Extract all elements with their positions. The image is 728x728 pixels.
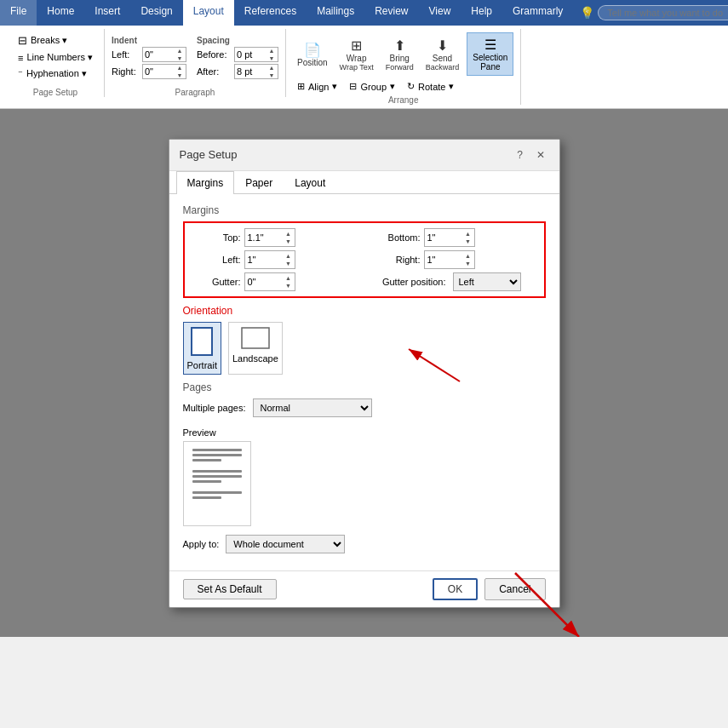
ok-button[interactable]: OK (433, 578, 478, 600)
rotate-button[interactable]: ↻ Rotate ▾ (403, 79, 458, 94)
indent-left-input[interactable] (143, 49, 174, 60)
cancel-button[interactable]: Cancel (484, 578, 545, 600)
spacing-before-up[interactable]: ▲ (266, 47, 278, 54)
set-as-default-button[interactable]: Set As Default (183, 579, 277, 599)
gutter-row: Gutter: ▲ ▼ (190, 272, 359, 291)
tab-mailings[interactable]: Mailings (307, 0, 364, 26)
orientation-label: Orientation (183, 305, 546, 317)
top-margin-down[interactable]: ▼ (283, 238, 295, 245)
page-setup-dialog: Page Setup ? ✕ Margins Paper Layout Marg… (169, 139, 560, 608)
right-margin-input[interactable] (425, 251, 462, 268)
tab-view[interactable]: View (419, 0, 461, 26)
arrange-group-title: Arrange (293, 94, 513, 105)
dialog-tab-paper[interactable]: Paper (234, 171, 284, 194)
footer-left: Set As Default (183, 579, 277, 599)
group-button[interactable]: ⊟ Group ▾ (345, 79, 399, 94)
paragraph-group-title: Paragraph (112, 86, 278, 97)
dialog-tab-layout[interactable]: Layout (284, 171, 336, 194)
gutter-up[interactable]: ▲ (283, 274, 295, 282)
left-margin-input[interactable] (245, 251, 283, 268)
tab-help[interactable]: Help (461, 0, 502, 26)
bring-forward-button[interactable]: ⬆ Bring Forward (381, 32, 418, 76)
gutter-field: ▲ ▼ (244, 272, 295, 291)
position-button[interactable]: 📄 Position (293, 32, 332, 76)
spacing-before-down[interactable]: ▼ (266, 54, 278, 62)
margins-grid: Top: ▲ ▼ Bottom: (183, 221, 546, 298)
pages-section: Pages Multiple pages: Normal Mirror marg… (183, 381, 546, 417)
apply-to-select[interactable]: Whole document This point forward (226, 535, 345, 553)
send-backward-button[interactable]: ⬇ Send Backward (421, 32, 464, 76)
left-margin-row: Left: ▲ ▼ (190, 250, 359, 269)
preview-line-3 (192, 459, 222, 461)
preview-line-8 (192, 496, 222, 499)
ribbon-group-breaks: ⊟ Breaks ▾ ≡ Line Numbers ▾ ⁻ Hyphenatio… (7, 29, 105, 97)
spacing-before-input[interactable] (235, 49, 266, 60)
line-numbers-icon: ≡ (18, 53, 23, 63)
preview-line-4 (192, 470, 242, 473)
bottom-margin-down[interactable]: ▼ (462, 238, 474, 245)
pages-section-label: Pages (183, 381, 546, 393)
rotate-icon: ↻ (407, 81, 415, 92)
preview-line-7 (192, 491, 242, 494)
left-margin-up[interactable]: ▲ (283, 252, 295, 260)
preview-section: Preview (183, 427, 546, 526)
indent-right-label: Right: (112, 66, 139, 77)
spacing-before-label: Before: (197, 49, 231, 60)
tab-design[interactable]: Design (130, 0, 182, 26)
preview-label: Preview (183, 427, 546, 438)
multiple-pages-select[interactable]: Normal Mirror margins 2 pages per sheet … (253, 398, 372, 417)
tab-home[interactable]: Home (37, 0, 84, 26)
dialog-title: Page Setup (180, 148, 238, 161)
landscape-button[interactable]: Landscape (228, 322, 283, 375)
portrait-icon (190, 326, 214, 357)
align-icon: ⊞ (297, 81, 305, 92)
tab-layout[interactable]: Layout (183, 0, 234, 26)
ribbon-group-paragraph: Indent Left: ▲ ▼ (105, 29, 286, 97)
dialog-overlay: Page Setup ? ✕ Margins Paper Layout Marg… (0, 109, 728, 637)
portrait-button[interactable]: Portrait (183, 322, 221, 375)
tab-insert[interactable]: Insert (84, 0, 130, 26)
align-button[interactable]: ⊞ Align ▾ (293, 79, 341, 94)
spacing-after-up[interactable]: ▲ (266, 64, 278, 72)
search-input[interactable] (598, 5, 728, 20)
dialog-close-button[interactable]: ✕ (532, 146, 549, 163)
breaks-button[interactable]: ⊟ Breaks ▾ (14, 32, 97, 49)
line-numbers-button[interactable]: ≡ Line Numbers ▾ (14, 50, 97, 65)
orientation-section: Orientation Portrait Landsca (183, 305, 546, 375)
dialog-help-button[interactable]: ? (512, 146, 529, 163)
bottom-margin-input[interactable] (425, 229, 462, 246)
indent-left-label: Left: (112, 49, 139, 60)
hyphenation-button[interactable]: ⁻ Hyphenation ▾ (14, 66, 97, 81)
top-margin-input[interactable] (245, 229, 283, 246)
right-margin-up[interactable]: ▲ (462, 252, 474, 260)
spacing-after-input[interactable] (235, 66, 266, 77)
tab-grammarly[interactable]: Grammarly (502, 0, 573, 26)
bottom-margin-up[interactable]: ▲ (462, 230, 474, 238)
spacing-after-down[interactable]: ▼ (266, 72, 278, 79)
top-margin-row: Top: ▲ ▼ (190, 228, 359, 247)
gutter-label: Gutter: (190, 277, 241, 287)
right-margin-down[interactable]: ▼ (462, 260, 474, 267)
indent-right-down[interactable]: ▼ (174, 72, 186, 79)
tab-file[interactable]: File (0, 0, 37, 26)
top-margin-up[interactable]: ▲ (283, 230, 295, 238)
tab-review[interactable]: Review (364, 0, 418, 26)
gutter-down[interactable]: ▼ (283, 282, 295, 289)
indent-left-down[interactable]: ▼ (174, 54, 186, 62)
indent-right-up[interactable]: ▲ (174, 64, 186, 72)
ribbon-tab-bar: File Home Insert Design Layout Reference… (0, 0, 728, 26)
wrap-text-button[interactable]: ⊞ Wrap Wrap Text (335, 32, 378, 76)
page-setup-group-title: Page Setup (14, 86, 97, 97)
tab-references[interactable]: References (234, 0, 307, 26)
indent-right-input[interactable] (143, 66, 174, 77)
dialog-tab-margins[interactable]: Margins (176, 171, 235, 194)
gutter-position-select[interactable]: Left Top (453, 272, 521, 291)
wrap-text-icon: ⊞ (351, 37, 362, 54)
left-margin-down[interactable]: ▼ (283, 260, 295, 267)
margins-section-label: Margins (183, 204, 546, 216)
gutter-input[interactable] (245, 273, 283, 290)
indent-left-up[interactable]: ▲ (174, 47, 186, 54)
selection-pane-button[interactable]: ☰ Selection Pane (467, 32, 513, 76)
portrait-label: Portrait (187, 360, 217, 370)
multiple-pages-label: Multiple pages: (183, 403, 246, 413)
